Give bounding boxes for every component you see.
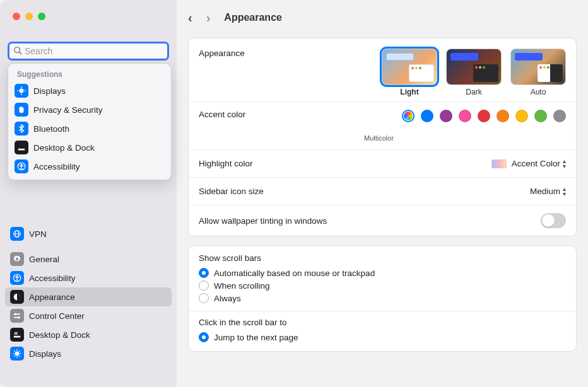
svg-rect-21 <box>14 336 21 338</box>
radio-button[interactable] <box>199 268 209 278</box>
search-field[interactable] <box>8 42 169 61</box>
accessibility-icon <box>15 159 28 173</box>
svg-line-29 <box>19 355 20 357</box>
sidebar-item-label: Displays <box>29 349 61 359</box>
appearance-option-auto[interactable] <box>510 49 566 85</box>
search-suggestions-popup: Suggestions Displays Privacy & Security … <box>8 63 172 180</box>
dock-icon <box>15 141 28 154</box>
highlight-color-label: Highlight color <box>199 159 253 168</box>
svg-rect-22 <box>15 332 18 335</box>
bluetooth-icon <box>15 122 28 136</box>
displays-icon <box>15 84 28 98</box>
accent-graphite[interactable] <box>553 110 566 122</box>
highlight-color-value: Accent Color <box>512 159 560 168</box>
sidebar-icon-size-label: Sidebar icon size <box>199 187 264 196</box>
sidebar-item-control-center[interactable]: Control Center <box>5 306 172 325</box>
suggestion-label: Accessibility <box>33 162 80 171</box>
accent-orange[interactable] <box>497 110 509 122</box>
accessibility-icon <box>10 271 24 285</box>
svg-line-1 <box>20 52 22 54</box>
accent-yellow[interactable] <box>515 110 528 122</box>
accent-multicolor[interactable] <box>402 110 415 122</box>
accent-red[interactable] <box>478 110 490 122</box>
svg-point-19 <box>15 313 17 316</box>
accent-blue[interactable] <box>421 110 433 122</box>
scrollbars-option-auto[interactable]: Automatically based on mouse or trackpad <box>199 267 566 279</box>
sidebar-item-label: Desktop & Dock <box>29 330 90 340</box>
accent-color-label: Accent color <box>199 110 245 119</box>
suggestions-heading: Suggestions <box>8 67 171 81</box>
page-title: Appearance <box>224 12 282 23</box>
svg-point-13 <box>16 258 18 260</box>
appearance-icon <box>10 290 24 304</box>
svg-point-23 <box>15 352 20 356</box>
sidebar-item-label: Control Center <box>29 311 85 321</box>
svg-line-30 <box>19 350 20 352</box>
radio-button[interactable] <box>199 332 209 342</box>
sidebar: Suggestions Displays Privacy & Security … <box>0 0 177 387</box>
appearance-option-label: Light <box>400 88 418 96</box>
scrollbars-option-scrolling[interactable]: When scrolling <box>199 279 566 292</box>
nav-forward-button[interactable]: › <box>206 11 211 25</box>
svg-line-31 <box>14 355 15 357</box>
sidebar-item-accessibility[interactable]: Accessibility <box>5 269 172 287</box>
minimize-window-button[interactable] <box>25 13 33 20</box>
search-input[interactable] <box>25 46 163 56</box>
accent-green[interactable] <box>534 110 547 122</box>
search-icon <box>13 46 22 57</box>
radio-label: When scrolling <box>214 281 270 291</box>
radio-button[interactable] <box>199 293 209 303</box>
click-scroll-title: Click in the scroll bar to <box>199 318 566 327</box>
suggestion-label: Desktop & Dock <box>33 143 95 153</box>
appearance-option-light[interactable] <box>382 49 437 85</box>
suggestion-label: Displays <box>33 86 66 96</box>
svg-point-9 <box>21 164 23 166</box>
suggestion-desktop-dock[interactable]: Desktop & Dock <box>8 138 171 157</box>
highlight-color-popup[interactable]: Accent Color ▴▾ <box>512 159 566 169</box>
sidebar-item-label: General <box>29 255 59 264</box>
accent-pink[interactable] <box>459 110 471 122</box>
suggestion-bluetooth[interactable]: Bluetooth <box>8 119 171 138</box>
suggestion-label: Privacy & Security <box>33 105 103 115</box>
appearance-option-label: Dark <box>466 88 481 96</box>
content-area: ‹ › Appearance Appearance Light <box>177 0 588 387</box>
sidebar-item-label: Accessibility <box>29 274 76 283</box>
scroll-panel: Show scroll bars Automatically based on … <box>188 245 577 352</box>
displays-icon <box>10 347 24 361</box>
svg-rect-7 <box>18 149 25 151</box>
suggestion-privacy[interactable]: Privacy & Security <box>8 100 171 119</box>
wallpaper-tint-toggle[interactable] <box>541 213 566 228</box>
chevron-updown-icon: ▴▾ <box>563 159 566 169</box>
svg-point-2 <box>20 89 24 93</box>
chevron-updown-icon: ▴▾ <box>563 187 566 197</box>
svg-line-28 <box>14 350 15 352</box>
close-window-button[interactable] <box>13 13 20 20</box>
sidebar-item-general[interactable]: General <box>5 250 172 269</box>
appearance-option-dark[interactable] <box>446 49 502 85</box>
gear-icon <box>10 252 24 266</box>
sidebar-item-label: VPN <box>29 229 47 239</box>
dock-icon <box>10 328 24 342</box>
suggestion-displays[interactable]: Displays <box>8 81 171 100</box>
radio-label: Jump to the next page <box>214 333 298 342</box>
control-center-icon <box>10 309 24 323</box>
zoom-window-button[interactable] <box>38 13 45 20</box>
accent-purple[interactable] <box>440 110 452 122</box>
radio-label: Automatically based on mouse or trackpad <box>214 269 375 278</box>
appearance-label: Appearance <box>199 49 245 58</box>
sidebar-item-displays[interactable]: Displays <box>5 344 172 363</box>
nav-back-button[interactable]: ‹ <box>188 11 192 25</box>
svg-point-0 <box>15 47 20 52</box>
sidebar-icon-size-popup[interactable]: Medium ▴▾ <box>530 187 566 197</box>
hand-icon <box>15 103 28 117</box>
highlight-swatch <box>491 159 507 168</box>
scrollbars-option-always[interactable]: Always <box>199 292 566 304</box>
wallpaper-tint-label: Allow wallpaper tinting in windows <box>199 216 327 226</box>
click-scroll-option-jump[interactable]: Jump to the next page <box>199 331 566 344</box>
radio-label: Always <box>214 294 241 303</box>
suggestion-accessibility[interactable]: Accessibility <box>8 157 171 176</box>
sidebar-item-vpn[interactable]: VPN <box>5 224 172 243</box>
sidebar-item-appearance[interactable]: Appearance <box>5 287 172 306</box>
radio-button[interactable] <box>199 280 209 291</box>
sidebar-item-desktop-dock[interactable]: Desktop & Dock <box>5 325 172 344</box>
